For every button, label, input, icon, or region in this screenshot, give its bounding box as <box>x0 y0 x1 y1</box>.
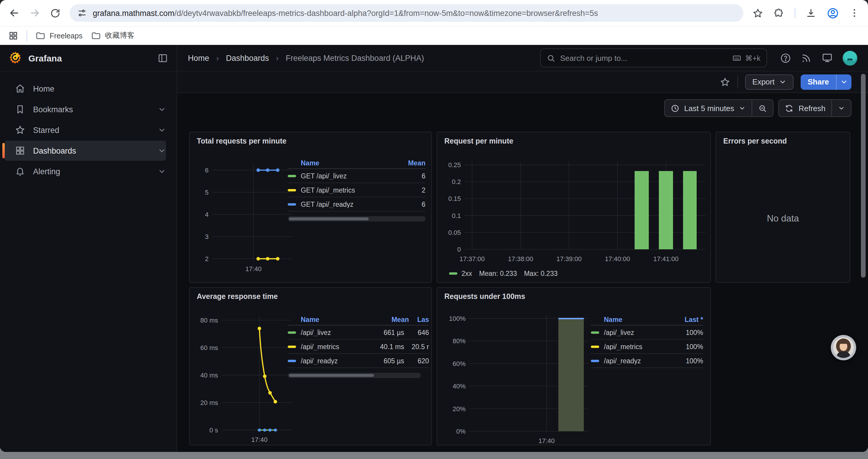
chevron-down-icon[interactable] <box>158 167 166 175</box>
series-last: 620 <box>409 357 429 364</box>
series-name[interactable]: /api/_livez <box>301 329 331 336</box>
legend-header-mean[interactable]: Mean <box>408 159 426 166</box>
refresh-interval-button[interactable] <box>831 100 851 117</box>
bookmarks-bar: Freeleaps 收藏博客 <box>0 26 868 45</box>
search-input[interactable] <box>560 54 727 62</box>
series-name[interactable]: GET /api/_metrics <box>301 186 355 193</box>
bell-icon <box>15 166 25 177</box>
bookmark-icon <box>15 104 25 114</box>
menu-kebab-icon[interactable] <box>849 8 860 18</box>
share-button[interactable]: Share <box>801 74 836 90</box>
svg-text:0%: 0% <box>456 428 466 435</box>
sidebar-item-starred[interactable]: Starred <box>5 120 166 140</box>
legend-row[interactable]: GET /api/_livez 6 <box>288 169 426 183</box>
site-settings-icon[interactable] <box>78 8 87 18</box>
chevron-down-icon <box>838 104 845 112</box>
bookmark-label: Freeleaps <box>50 32 83 40</box>
legend-header: Name Mean <box>288 157 426 169</box>
legend-table: Name Last * /api/_livez 100% <box>591 314 703 368</box>
chart-total-requests: 6 5 4 3 2 17:40 <box>194 154 295 275</box>
sidebar-item-label: Bookmarks <box>33 105 150 114</box>
legend-row[interactable]: /api/_readyz 605 µs 620 <box>288 354 429 368</box>
legend-item-2xx[interactable]: 2xx <box>449 270 472 277</box>
breadcrumb-dashboards[interactable]: Dashboards <box>226 54 269 62</box>
assistant-avatar-bubble[interactable] <box>831 335 856 360</box>
apps-grid-icon[interactable] <box>8 31 18 41</box>
breadcrumb-home[interactable]: Home <box>188 54 209 62</box>
reload-icon[interactable] <box>50 7 61 19</box>
panel-title[interactable]: Requests under 100ms <box>437 288 710 301</box>
back-icon[interactable] <box>8 7 20 19</box>
bar <box>659 171 673 249</box>
svg-text:60%: 60% <box>453 360 466 367</box>
page-scrollbar[interactable] <box>861 74 866 277</box>
bookmark-folder-blogs[interactable]: 收藏博客 <box>91 31 134 41</box>
svg-text:0.05: 0.05 <box>448 229 461 236</box>
legend-header-name[interactable]: Name <box>301 316 319 323</box>
help-icon[interactable] <box>780 52 791 64</box>
legend-header-last[interactable]: Last * <box>685 316 703 323</box>
favorite-star-icon[interactable] <box>720 76 731 87</box>
legend-row[interactable]: GET /api/_readyz 6 <box>288 197 426 211</box>
refresh-button[interactable]: Refresh <box>779 100 831 117</box>
news-rss-icon[interactable] <box>801 52 812 64</box>
svg-text:0 s: 0 s <box>210 427 218 434</box>
extensions-icon[interactable] <box>773 7 785 19</box>
panel-title[interactable]: Request per minute <box>437 132 710 145</box>
legend-table: Name Mean Las /api/_livez 661 µs 646 <box>288 314 429 378</box>
legend-scrollbar[interactable] <box>288 373 421 378</box>
legend-row[interactable]: /api/_livez 100% <box>591 326 703 340</box>
mega-menu-toggle-icon[interactable] <box>157 52 168 64</box>
legend-header-name[interactable]: Name <box>301 159 319 166</box>
bookmark-star-icon[interactable] <box>752 7 764 19</box>
legend-row[interactable]: /api/_readyz 100% <box>591 354 703 368</box>
share-menu-button[interactable] <box>836 74 851 90</box>
brand-name: Grafana <box>28 53 62 63</box>
chevron-down-icon[interactable] <box>158 105 166 113</box>
series-name[interactable]: /api/_readyz <box>604 357 641 364</box>
kiosk-monitor-icon[interactable] <box>821 52 833 64</box>
legend-header-last[interactable]: Las <box>409 316 429 323</box>
time-range-picker[interactable]: Last 5 minutes <box>665 100 752 117</box>
series-mean: 6 <box>422 172 426 179</box>
refresh-icon <box>785 104 794 112</box>
chevron-down-icon[interactable] <box>158 126 166 134</box>
sidebar-item-home[interactable]: Home <box>5 78 166 99</box>
legend-row[interactable]: GET /api/_metrics 2 <box>288 183 426 197</box>
grafana-app: Grafana Home › Dashboards › Freeleaps Me… <box>0 45 868 452</box>
legend-row[interactable]: /api/_metrics 40.1 ms 20.5 r <box>288 340 429 354</box>
bar-top-line <box>558 318 584 319</box>
series-name[interactable]: GET /api/_readyz <box>301 201 354 208</box>
panel-title[interactable]: Errors per second <box>716 132 850 145</box>
legend-scrollbar[interactable] <box>288 216 426 222</box>
sidebar-item-alerting[interactable]: Alerting <box>5 161 166 182</box>
download-icon[interactable] <box>805 7 816 19</box>
legend-row[interactable]: /api/_metrics 100% <box>591 340 703 354</box>
chart-average-response-time: 80 ms 60 ms 40 ms 20 ms 0 s <box>194 305 295 445</box>
profile-icon[interactable] <box>827 7 839 19</box>
chevron-down-icon[interactable] <box>158 146 166 155</box>
sidebar-item-bookmarks[interactable]: Bookmarks <box>5 99 166 119</box>
series-name[interactable]: GET /api/_livez <box>301 172 347 179</box>
sidebar-item-dashboards[interactable]: Dashboards <box>5 140 166 161</box>
panel-title[interactable]: Average response time <box>190 288 431 301</box>
legend-row[interactable]: /api/_livez 661 µs 646 <box>288 326 429 340</box>
series-name[interactable]: /api/_metrics <box>301 343 339 350</box>
series-name[interactable]: /api/_metrics <box>604 343 642 350</box>
search-box[interactable]: ⌘+k <box>540 48 767 67</box>
svg-text:0.25: 0.25 <box>448 161 461 169</box>
user-avatar[interactable] <box>843 51 857 65</box>
svg-text:17:40:00: 17:40:00 <box>605 255 630 263</box>
legend-header-name[interactable]: Name <box>604 316 622 323</box>
bookmark-folder-freeleaps[interactable]: Freeleaps <box>35 31 83 41</box>
legend-header-mean[interactable]: Mean <box>372 316 409 323</box>
sidebar-item-label: Starred <box>33 126 150 134</box>
address-bar[interactable]: grafana.mathmast.com/d/deytv4rwavabkb/fr… <box>70 4 743 22</box>
series-metrics-curve <box>259 328 275 402</box>
series-name[interactable]: /api/_readyz <box>301 357 338 364</box>
folder-icon <box>91 31 101 41</box>
zoom-out-button[interactable] <box>752 100 773 117</box>
export-button[interactable]: Export <box>745 74 794 90</box>
series-name[interactable]: /api/_livez <box>604 329 634 336</box>
panel-title[interactable]: Total requests per minute <box>190 132 431 145</box>
